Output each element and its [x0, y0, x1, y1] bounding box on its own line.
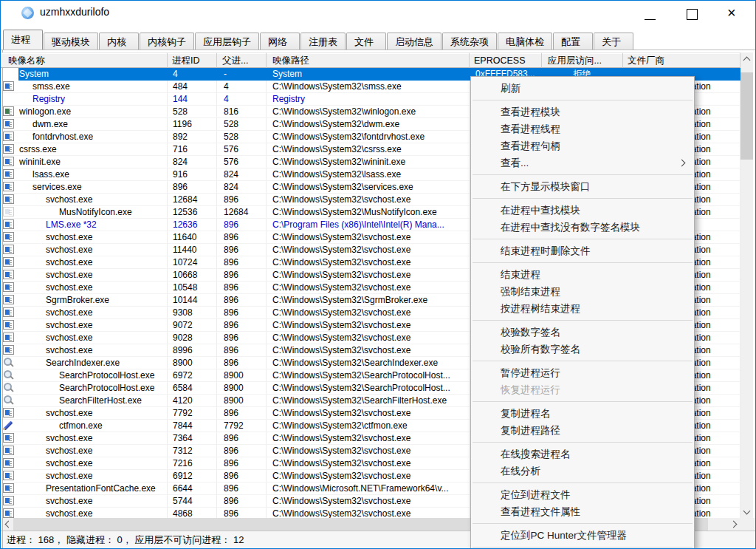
process-name: SearchProtocolHost.exe: [59, 370, 154, 381]
cell-pid: 6644: [168, 482, 217, 495]
menu-item[interactable]: 在进程中查找模块: [471, 202, 694, 219]
tab-8[interactable]: 启动信息: [387, 33, 441, 50]
menu-item[interactable]: 在线搜索进程名: [471, 446, 694, 463]
process-icon: [3, 194, 14, 204]
cell-path: C:\Windows\System32\fontdrvhost.exe: [267, 131, 470, 143]
cell-name: svchost.exe: [1, 231, 168, 244]
cell-path: C:\Windows\System32\SgrmBroker.exe: [267, 294, 470, 307]
column-header-1[interactable]: 进程ID: [168, 52, 217, 68]
scroll-down-button[interactable]: [740, 505, 753, 518]
process-name: svchost.exe: [46, 257, 92, 267]
menu-item[interactable]: 复制进程名: [471, 405, 694, 422]
cell-path: C:\Program Files (x86)\Intel\Intel(R) Ma…: [267, 219, 470, 231]
menu-item[interactable]: 结束进程时删除文件: [471, 242, 694, 259]
cell-name: svchost.exe: [1, 332, 168, 344]
column-header-2[interactable]: 父进...: [217, 52, 267, 68]
tab-9[interactable]: 系统杂项: [442, 33, 497, 50]
menu-item-label: 强制结束进程: [501, 286, 560, 297]
process-icon: [3, 207, 14, 216]
menu-item-label: 查看进程句柄: [501, 140, 560, 151]
column-header-5[interactable]: 应用层访问...: [542, 52, 623, 68]
scroll-up-button[interactable]: [740, 52, 753, 65]
tab-10[interactable]: 电脑体检: [498, 33, 552, 50]
tab-3[interactable]: 内核钩子: [140, 33, 194, 50]
menu-item[interactable]: 按进程树结束进程: [471, 300, 694, 317]
tab-7[interactable]: 文件: [346, 33, 386, 50]
cell-path: C:\Windows\System32\csrss.exe: [267, 143, 470, 156]
cell-name: csrss.exe: [1, 143, 168, 156]
menu-item[interactable]: 暂停进程运行: [471, 364, 694, 381]
scroll-right-button[interactable]: [728, 518, 740, 531]
column-header-4[interactable]: EPROCESS: [470, 52, 542, 68]
column-header-6[interactable]: 文件厂商: [623, 52, 740, 68]
menu-item[interactable]: 查看进程文件属性: [471, 503, 694, 520]
maximize-button[interactable]: [671, 1, 713, 24]
tab-4[interactable]: 应用层钩子: [195, 33, 259, 50]
cell-pid: 7844: [168, 420, 217, 432]
cell-pid: 11440: [168, 244, 217, 256]
tab-0[interactable]: 进程: [3, 30, 43, 50]
process-icon: [3, 169, 14, 179]
menu-item[interactable]: 定位到进程文件: [471, 486, 694, 503]
tab-11[interactable]: 配置: [553, 33, 593, 50]
cell-pid: 916: [168, 168, 217, 181]
tab-2[interactable]: 内核: [99, 33, 139, 50]
menu-item[interactable]: 在线分析: [471, 463, 694, 480]
menu-item[interactable]: 恢复进程运行: [471, 381, 694, 398]
process-icon: [3, 496, 14, 505]
cell-pid: 12536: [168, 206, 217, 219]
column-header-0[interactable]: 映像名称: [1, 52, 168, 68]
menu-item-label: 在线搜索进程名: [501, 449, 571, 460]
menu-item[interactable]: 校验所有数字签名: [471, 341, 694, 358]
submenu-arrow-icon: [678, 160, 686, 167]
process-name: PresentationFontCache.exe: [46, 483, 156, 494]
menu-item[interactable]: 查看进程句柄: [471, 137, 694, 154]
menu-item[interactable]: 定位到PC Hunter文件管理器: [471, 527, 694, 544]
tab-12[interactable]: 关于: [594, 33, 633, 50]
menu-item[interactable]: 在进程中查找没有数字签名模块: [471, 219, 694, 236]
process-icon: [3, 144, 14, 154]
cell-path: C:\Windows\System32\winlogon.exe: [267, 106, 470, 118]
column-header-3[interactable]: 映像路径: [267, 52, 470, 68]
menu-item-label: 在进程中查找没有数字签名模块: [501, 222, 640, 233]
menu-item[interactable]: 刷新: [471, 80, 694, 97]
menu-item-label: 暂停进程运行: [501, 367, 560, 378]
menu-item[interactable]: 结束进程: [471, 266, 694, 283]
vertical-scrollbar[interactable]: [740, 52, 753, 518]
process-icon: [3, 245, 14, 254]
tab-bar: 进程驱动模块内核内核钩子应用层钩子网络注册表文件启动信息系统杂项电脑体检配置关于: [1, 27, 755, 50]
cell-pid: 144: [168, 93, 217, 106]
menu-separator: [472, 174, 693, 175]
cell-pid: 10144: [168, 294, 217, 307]
menu-separator: [472, 547, 693, 548]
process-icon: [3, 106, 14, 116]
cell-name: winlogon.exe: [1, 106, 168, 118]
cell-ppid: 896: [217, 470, 267, 482]
minimize-button[interactable]: [629, 1, 671, 24]
cell-name: svchost.exe: [1, 407, 168, 420]
process-name: winlogon.exe: [19, 106, 71, 117]
cell-name: svchost.exe: [1, 256, 168, 269]
tab-5[interactable]: 网络: [260, 33, 300, 50]
process-name: dwm.exe: [32, 119, 68, 129]
cell-ppid: 4: [217, 81, 267, 93]
cell-name: svchost.exe: [1, 319, 168, 332]
menu-item[interactable]: 复制进程路径: [471, 422, 694, 439]
menu-item[interactable]: 在下方显示模块窗口: [471, 178, 694, 195]
vertical-scroll-thumb[interactable]: [740, 72, 753, 160]
chevron-up-icon: [743, 57, 751, 64]
cell-path: C:\Windows\System32\wininit.exe: [267, 156, 470, 168]
tab-content-border: [1, 50, 755, 50]
close-button[interactable]: ×: [713, 1, 755, 24]
menu-item[interactable]: 校验数字签名: [471, 324, 694, 341]
process-icon: [3, 320, 14, 330]
cell-ppid: 896: [217, 194, 267, 206]
menu-item[interactable]: 查看进程模块: [471, 103, 694, 120]
process-name: lsass.exe: [32, 169, 69, 180]
cell-path: C:\Windows\System32\svchost.exe: [267, 319, 470, 332]
tab-6[interactable]: 注册表: [300, 33, 346, 50]
tab-1[interactable]: 驱动模块: [44, 33, 98, 50]
menu-item[interactable]: 强制结束进程: [471, 283, 694, 300]
menu-item[interactable]: 查看...: [471, 154, 694, 171]
menu-item[interactable]: 查看进程线程: [471, 120, 694, 137]
